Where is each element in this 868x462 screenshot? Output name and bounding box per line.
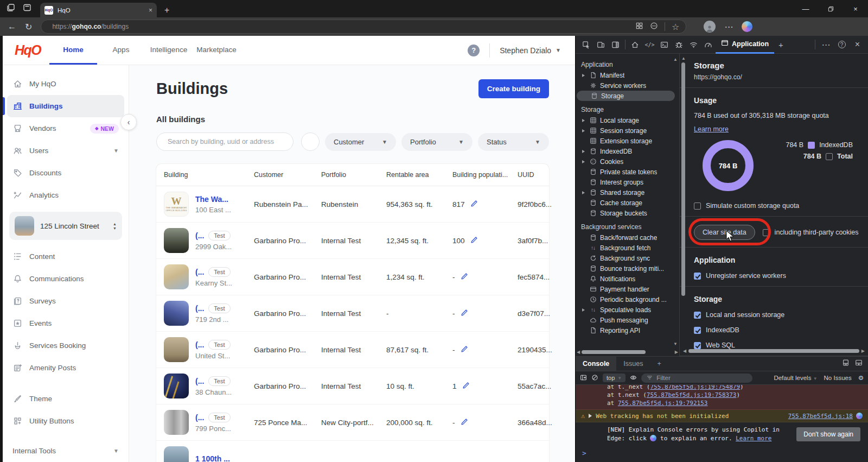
tree-item-manifest[interactable]: Manifest: [576, 70, 675, 80]
more-tabs-button[interactable]: +: [774, 40, 788, 49]
tree-horizontal-scrollbar[interactable]: ◀▶: [577, 349, 678, 355]
console-tab-icon[interactable]: [657, 37, 672, 52]
dock-drawer-icon[interactable]: [842, 359, 850, 369]
tree-item-background-sync[interactable]: Background sync: [576, 253, 675, 263]
tree-item-private-state-tokens[interactable]: Private state tokens: [576, 167, 675, 177]
edit-pencil-icon[interactable]: [461, 308, 469, 318]
tree-item-push-messaging[interactable]: Push messaging: [576, 315, 675, 325]
new-tab-button[interactable]: +: [164, 3, 169, 17]
console-add-tab-button[interactable]: +: [650, 357, 668, 371]
third-party-cookies-row[interactable]: including third-party cookies: [763, 229, 859, 236]
edit-pencil-icon[interactable]: [461, 417, 469, 427]
profile-avatar[interactable]: [704, 21, 716, 33]
simulate-quota-checkbox[interactable]: [694, 202, 701, 210]
browser-tab[interactable]: HqO HqO ×: [40, 3, 157, 17]
tree-item-storage-buckets[interactable]: Storage buckets: [576, 208, 675, 218]
building-name-link[interactable]: (...: [195, 268, 204, 276]
checkbox-row-indexeddb[interactable]: IndexedDB: [694, 326, 860, 334]
table-row[interactable]: (...Test 38 Chaun... Garbarino Pro... In…: [156, 368, 549, 404]
application-tab[interactable]: Application: [716, 36, 774, 54]
expander-icon[interactable]: [582, 74, 585, 77]
sidebar-item-services-booking[interactable]: Services Booking: [3, 334, 129, 357]
table-row[interactable]: (...Test Kearny St... Garbarino Pro... I…: [156, 259, 549, 295]
building-name-link[interactable]: (...: [195, 413, 204, 422]
building-name-link[interactable]: The Wa...: [195, 195, 228, 204]
tree-item-periodic-background-[interactable]: Periodic background ...: [576, 294, 675, 305]
create-building-button[interactable]: Create building: [478, 79, 549, 98]
simulate-quota-row[interactable]: Simulate custom storage quota: [694, 202, 860, 210]
user-menu[interactable]: Stephen Dzialo▼: [500, 46, 561, 55]
checkbox[interactable]: [694, 312, 701, 319]
tree-item-back-forward-cache[interactable]: Back/forward cache: [576, 232, 675, 243]
expander-icon[interactable]: [582, 160, 585, 163]
help-button[interactable]: ?: [468, 45, 480, 56]
inspect-icon[interactable]: [579, 37, 593, 52]
clear-site-data-button[interactable]: Clear site data: [694, 225, 755, 240]
eye-icon[interactable]: [630, 374, 637, 382]
filter-status[interactable]: Status▼: [478, 133, 549, 151]
split-screen-icon[interactable]: [635, 22, 643, 32]
expander-icon[interactable]: [582, 191, 585, 194]
sidebar-item-buildings[interactable]: Buildings: [3, 95, 129, 117]
tree-item-cache-storage[interactable]: Cache storage: [576, 198, 675, 208]
refresh-icon[interactable]: ↻: [25, 22, 32, 32]
edit-pencil-icon[interactable]: [470, 199, 478, 209]
sidebar-item-surveys[interactable]: Surveys: [3, 290, 129, 312]
console-settings-icon[interactable]: ⚙: [858, 374, 864, 382]
devtools-help-icon[interactable]: ?: [834, 37, 849, 52]
expander-icon[interactable]: [582, 308, 585, 312]
sources-tab-icon[interactable]: [672, 37, 686, 52]
console-tab-console[interactable]: Console: [576, 357, 616, 371]
edit-pencil-icon[interactable]: [470, 236, 478, 245]
console-filter-input[interactable]: Filter: [641, 374, 752, 383]
filter-customer[interactable]: Customer▼: [325, 133, 396, 151]
devtools-menu-icon[interactable]: ⋯: [819, 37, 833, 52]
devtools-close-icon[interactable]: ×: [850, 37, 865, 52]
learn-more-link[interactable]: Learn more: [694, 125, 729, 133]
nav-item[interactable]: Marketplace: [193, 36, 240, 65]
building-name-link[interactable]: (...: [195, 304, 204, 313]
sidebar-item-communications[interactable]: Communications: [3, 268, 129, 290]
tab-close-icon[interactable]: ×: [149, 7, 152, 14]
panel-scroll-up-icon[interactable]: ▲: [681, 56, 686, 61]
building-name-link[interactable]: (...: [195, 377, 204, 385]
clear-console-icon[interactable]: [591, 374, 598, 382]
restore-button[interactable]: [818, 0, 843, 17]
sidebar-item-theme[interactable]: Theme: [3, 388, 129, 410]
address-bar[interactable]: https://gohqo.co/buildings ☆: [41, 20, 686, 34]
sidebar-collapse-button[interactable]: ‹: [120, 114, 137, 130]
tip-learn-more-link[interactable]: Learn more: [736, 435, 771, 442]
back-icon[interactable]: ←: [8, 22, 16, 31]
tree-item-indexeddb[interactable]: IndexedDB: [576, 146, 675, 156]
expander-icon[interactable]: [582, 129, 585, 132]
checkbox[interactable]: [694, 327, 701, 334]
sidebar-item-content[interactable]: Content: [3, 245, 129, 268]
sidebar-item-users[interactable]: Users ▼: [3, 140, 129, 162]
default-levels-dropdown[interactable]: Default levels ▼: [774, 375, 817, 381]
tree-item-local-storage[interactable]: Local storage: [576, 115, 675, 125]
tree-item-shared-storage[interactable]: Shared storage: [576, 187, 675, 198]
workspaces-icon[interactable]: [7, 3, 15, 14]
search-input[interactable]: [168, 138, 286, 145]
nav-item[interactable]: Apps: [97, 36, 145, 65]
third-party-cookies-checkbox[interactable]: [763, 229, 770, 236]
building-selector[interactable]: 125 Lincoln Street ▲▼: [9, 212, 122, 240]
table-row[interactable]: 1 100th ...: [156, 441, 549, 462]
sidebar-item-discounts[interactable]: Discounts: [3, 162, 129, 184]
welcome-tab-icon[interactable]: [628, 37, 642, 52]
nav-item[interactable]: Intelligence: [145, 36, 193, 65]
table-row[interactable]: (...Test 719 2nd ... Garbarino Pro... In…: [156, 295, 549, 332]
checkbox[interactable]: [694, 273, 701, 280]
panel-horizontal-scrollbar[interactable]: ◀▶: [683, 348, 865, 354]
sidebar-item-amenity-posts[interactable]: Amenity Posts: [3, 357, 129, 379]
table-row[interactable]: (...Test 799 Ponc... 725 Ponce Ma... New…: [156, 404, 549, 441]
table-row[interactable]: (...Test 2999 Oak... Garbarino Pro... In…: [156, 223, 549, 259]
elements-tab-icon[interactable]: </>: [642, 37, 657, 52]
tree-scroll-down-icon[interactable]: ▼: [673, 341, 678, 346]
sidebar-item-analytics[interactable]: Analytics: [3, 184, 129, 206]
expand-triangle-icon[interactable]: [589, 414, 592, 418]
sidebar-item-utility-buttons[interactable]: Utility Buttons: [3, 410, 129, 432]
expander-icon[interactable]: [582, 150, 585, 153]
edit-pencil-icon[interactable]: [462, 381, 470, 391]
copilot-explain-icon[interactable]: [856, 413, 863, 419]
